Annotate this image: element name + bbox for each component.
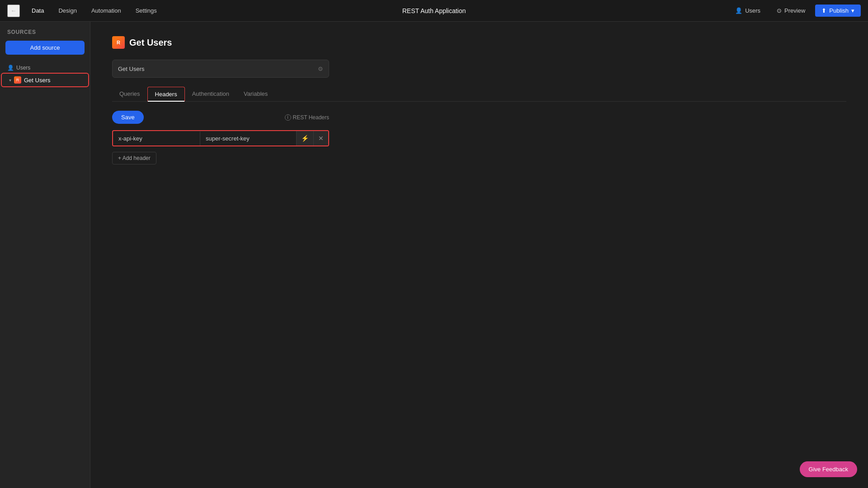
nav-tab-settings[interactable]: Settings <box>129 5 163 17</box>
sidebar: Sources Add source 👤 Users ▾ R Get Users <box>0 22 90 488</box>
tab-authentication[interactable]: Authentication <box>185 87 236 101</box>
bolt-icon: ⚡ <box>301 135 309 142</box>
remove-header-button[interactable]: ✕ <box>313 131 328 145</box>
main-content: R Get Users ⚙ Queries Headers Authentica… <box>90 22 868 488</box>
chevron-down-icon: ▾ <box>851 7 854 14</box>
nav-tab-automation[interactable]: Automation <box>85 5 127 17</box>
sidebar-parent-label: 👤 Users <box>0 62 90 74</box>
nav-tabs: Data Design Automation Settings <box>25 5 163 17</box>
page-header: R Get Users <box>112 36 846 49</box>
content-tabs: Queries Headers Authentication Variables <box>112 87 846 102</box>
top-nav: ← Data Design Automation Settings REST A… <box>0 0 868 22</box>
app-title: REST Auth Application <box>402 7 466 14</box>
back-button[interactable]: ← <box>7 5 20 17</box>
header-key-input[interactable] <box>113 131 200 145</box>
tab-variables[interactable]: Variables <box>236 87 275 101</box>
layout: Sources Add source 👤 Users ▾ R Get Users… <box>0 22 868 488</box>
rest-icon: R <box>14 76 21 84</box>
add-header-button[interactable]: + Add header <box>112 152 156 164</box>
save-button[interactable]: Save <box>112 111 144 124</box>
headers-content-panel: Save i REST Headers ⚡ ✕ + Add header <box>112 111 329 164</box>
header-value-input[interactable] <box>200 131 296 145</box>
chevron-icon: ▾ <box>9 78 11 83</box>
info-icon: i <box>285 114 291 121</box>
nav-right: 👤 Users ⊙ Preview ⬆ Publish ▾ <box>729 5 861 17</box>
give-feedback-button[interactable]: Give Feedback <box>800 461 857 477</box>
close-icon: ✕ <box>318 135 324 142</box>
nav-tab-data[interactable]: Data <box>25 5 50 17</box>
tab-queries[interactable]: Queries <box>112 87 147 101</box>
user-icon: 👤 <box>7 65 14 71</box>
sidebar-item-get-users[interactable]: ▾ R Get Users <box>2 74 88 86</box>
page-title: Get Users <box>129 38 172 48</box>
gear-icon[interactable]: ⚙ <box>318 66 323 72</box>
add-source-button[interactable]: Add source <box>5 41 85 55</box>
action-row: Save i REST Headers <box>112 111 329 124</box>
publish-icon: ⬆ <box>821 7 826 14</box>
page-icon: R <box>112 36 125 49</box>
rest-headers-hint[interactable]: i REST Headers <box>285 114 329 121</box>
users-button[interactable]: 👤 Users <box>729 5 767 17</box>
tab-headers[interactable]: Headers <box>147 87 185 101</box>
query-bar: ⚙ <box>112 60 329 78</box>
publish-button[interactable]: ⬆ Publish ▾ <box>815 5 861 17</box>
preview-icon: ⊙ <box>777 7 782 14</box>
nav-tab-design[interactable]: Design <box>52 5 83 17</box>
query-input[interactable] <box>118 66 318 72</box>
bolt-button[interactable]: ⚡ <box>296 131 313 145</box>
preview-button[interactable]: ⊙ Preview <box>770 5 811 17</box>
header-row: ⚡ ✕ <box>112 130 329 146</box>
users-icon: 👤 <box>735 7 742 14</box>
sources-title: Sources <box>0 29 90 41</box>
